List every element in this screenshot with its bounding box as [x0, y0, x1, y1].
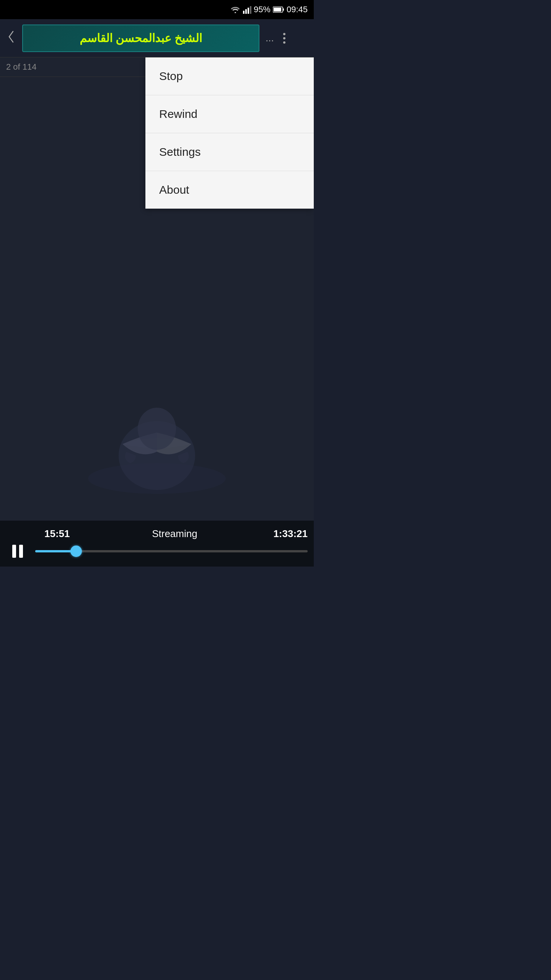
progress-fill	[35, 550, 76, 552]
app-bar: الشيخ عبدالمحسن القاسم ...	[0, 19, 314, 57]
wifi-icon	[230, 5, 241, 14]
ellipsis-button[interactable]: ...	[262, 29, 277, 47]
menu-item-rewind[interactable]: Rewind	[145, 95, 314, 133]
svg-rect-5	[283, 8, 284, 11]
time-text: 09:45	[287, 5, 308, 15]
svg-rect-2	[248, 8, 249, 14]
pause-bar-left	[12, 545, 16, 558]
pause-icon	[12, 545, 23, 558]
title-arabic: الشيخ عبدالمحسن القاسم	[80, 31, 202, 45]
player-bottom-row	[6, 543, 308, 560]
dot-3	[283, 41, 285, 44]
dropdown-menu: Stop Rewind Settings About	[145, 57, 314, 209]
page-counter: 2 of 114	[6, 62, 37, 72]
svg-rect-3	[250, 6, 251, 14]
battery-icon	[273, 6, 284, 13]
back-button[interactable]	[4, 27, 19, 49]
progress-bar[interactable]	[35, 550, 308, 552]
player-top-row: 15:51 Streaming 1:33:21	[6, 528, 308, 540]
player-bar: 15:51 Streaming 1:33:21	[0, 521, 314, 567]
content-area: 2 of 114 Stop Rewind Settings About	[0, 57, 314, 521]
pause-button[interactable]	[6, 543, 29, 560]
dot-2	[283, 37, 285, 39]
signal-icon	[243, 5, 251, 14]
svg-rect-6	[274, 8, 281, 11]
pause-bar-right	[19, 545, 23, 558]
svg-point-9	[138, 408, 176, 450]
player-time-right: 1:33:21	[273, 528, 308, 540]
menu-item-about[interactable]: About	[145, 171, 314, 209]
player-time-left: 15:51	[44, 528, 70, 540]
progress-thumb[interactable]	[70, 546, 82, 557]
book-illustration	[77, 368, 237, 498]
battery-text: 95%	[254, 5, 271, 15]
svg-rect-0	[243, 11, 245, 14]
menu-item-stop[interactable]: Stop	[145, 57, 314, 95]
svg-rect-1	[245, 9, 247, 14]
more-button[interactable]	[280, 30, 289, 47]
dot-1	[283, 33, 285, 35]
status-icons: 95% 09:45	[230, 5, 308, 15]
title-banner: الشيخ عبدالمحسن القاسم	[22, 24, 259, 52]
player-status: Streaming	[152, 528, 197, 540]
status-bar: 95% 09:45	[0, 0, 314, 19]
menu-item-settings[interactable]: Settings	[145, 133, 314, 171]
